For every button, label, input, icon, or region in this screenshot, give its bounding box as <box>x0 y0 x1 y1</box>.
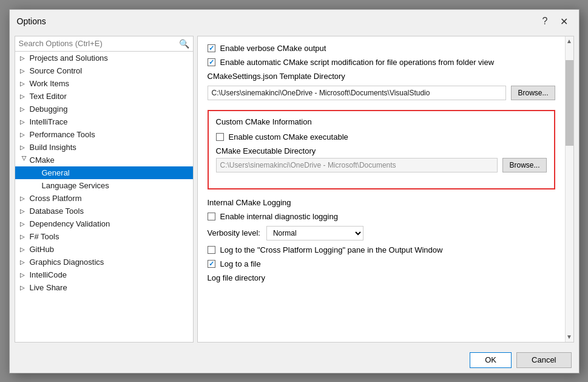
help-button[interactable]: ? <box>539 15 552 28</box>
sidebar-item-dependency-validation[interactable]: ▷ Dependency Validation <box>15 217 193 230</box>
sidebar-item-graphics-diagnostics[interactable]: ▷ Graphics Diagnostics <box>15 256 193 268</box>
sidebar-item-fsharp-tools[interactable]: ▷ F# Tools <box>15 230 193 243</box>
cmake-settings-input[interactable] <box>208 86 507 100</box>
left-panel: 🔍 ▷ Projects and Solutions ▷ Source Cont… <box>15 36 194 343</box>
close-button[interactable]: ✕ <box>556 15 572 29</box>
browse-button-2[interactable]: Browse... <box>502 158 546 172</box>
cmake-exe-dir-input[interactable] <box>216 158 498 172</box>
sidebar-item-label: Text Editor <box>30 92 67 101</box>
cmake-exe-dir-row: Browse... <box>216 158 547 172</box>
sidebar-item-work-items[interactable]: ▷ Work Items <box>15 77 193 90</box>
internal-logging-label: Internal CMake Logging <box>208 198 555 207</box>
sidebar-item-intellitrace[interactable]: ▷ IntelliTrace <box>15 115 193 128</box>
sidebar-item-label: CMake <box>30 155 55 165</box>
sidebar-item-database-tools[interactable]: ▷ Database Tools <box>15 205 193 217</box>
sidebar-item-cross-platform[interactable]: ▷ Cross Platform <box>15 192 193 205</box>
cancel-button[interactable]: Cancel <box>516 352 571 368</box>
search-bar[interactable]: 🔍 <box>15 36 193 52</box>
log-cross-checkbox[interactable] <box>208 246 215 254</box>
sidebar-item-source-control[interactable]: ▷ Source Control <box>15 64 193 77</box>
chevron-icon: ▷ <box>20 271 29 278</box>
chevron-icon: ▷ <box>20 80 29 87</box>
sidebar-item-debugging[interactable]: ▷ Debugging <box>15 103 193 115</box>
chevron-icon: ▷ <box>20 55 29 61</box>
sidebar-item-label: IntelliCode <box>30 270 67 279</box>
scrollbar-thumb[interactable] <box>566 60 573 146</box>
auto-cmake-label: Enable automatic CMake script modificati… <box>220 58 495 67</box>
log-file-checkbox[interactable] <box>208 260 215 268</box>
chevron-icon: ▷ <box>21 155 27 164</box>
cmake-exe-dir-section: CMake Executable Directory Browse... <box>216 146 547 172</box>
sidebar-item-live-share[interactable]: ▷ Live Share <box>15 281 193 294</box>
sidebar-item-text-editor[interactable]: ▷ Text Editor <box>15 90 193 103</box>
browse-button-1[interactable]: Browse... <box>511 86 555 100</box>
sidebar-item-label: Performance Tools <box>30 130 95 139</box>
title-controls: ? ✕ <box>539 15 572 29</box>
custom-cmake-exe-row: Enable custom CMake executable <box>216 132 547 142</box>
sidebar-item-label: Language Services <box>42 181 109 190</box>
chevron-icon: ▷ <box>20 106 29 112</box>
title-bar: Options ? ✕ <box>10 10 579 31</box>
chevron-icon: ▷ <box>20 93 29 100</box>
sidebar-item-label: Source Control <box>30 66 83 75</box>
sidebar-item-label: IntelliTrace <box>30 117 68 126</box>
internal-diag-row: Enable internal diagnostic logging <box>208 212 555 221</box>
log-file-row: Log to a file <box>208 259 555 268</box>
cmake-settings-label: CMakeSettings.json Template Directory <box>208 72 555 81</box>
log-dir-label: Log file directory <box>208 273 555 282</box>
verbose-cmake-label: Enable verbose CMake output <box>220 44 326 53</box>
internal-logging-section: Internal CMake Logging Enable internal d… <box>208 198 555 282</box>
right-content: Enable verbose CMake output Enable autom… <box>198 36 565 342</box>
dialog-title: Options <box>17 16 46 26</box>
sidebar-item-general[interactable]: General <box>15 166 193 179</box>
verbose-cmake-checkbox[interactable] <box>208 44 215 52</box>
sidebar-item-label: Cross Platform <box>30 194 82 203</box>
search-input[interactable] <box>19 39 177 48</box>
dialog-body: 🔍 ▷ Projects and Solutions ▷ Source Cont… <box>10 31 579 347</box>
chevron-icon: ▷ <box>20 259 29 265</box>
chevron-icon: ▷ <box>20 220 29 227</box>
chevron-icon: ▷ <box>20 246 29 253</box>
sidebar-item-label: Debugging <box>30 104 68 114</box>
right-panel-inner: Enable verbose CMake output Enable autom… <box>198 36 573 342</box>
auto-cmake-checkbox[interactable] <box>208 58 215 66</box>
right-scrollbar[interactable]: ▲ ▼ <box>565 36 573 342</box>
chevron-icon: ▷ <box>20 233 29 240</box>
scrollbar-down[interactable]: ▼ <box>566 332 573 342</box>
sidebar-item-intellicode[interactable]: ▷ IntelliCode <box>15 268 193 281</box>
sidebar-item-label: Build Insights <box>30 143 76 152</box>
sidebar-item-label: Database Tools <box>30 206 84 216</box>
sidebar-item-label: GitHub <box>30 245 54 254</box>
sidebar-item-projects[interactable]: ▷ Projects and Solutions <box>15 52 193 64</box>
verbose-cmake-row: Enable verbose CMake output <box>208 44 555 53</box>
sidebar-item-language-services[interactable]: Language Services <box>15 179 193 192</box>
internal-diag-label: Enable internal diagnostic logging <box>220 212 338 221</box>
sidebar-item-performance-tools[interactable]: ▷ Performance Tools <box>15 128 193 141</box>
custom-cmake-exe-checkbox[interactable] <box>216 133 224 141</box>
sidebar-item-github[interactable]: ▷ GitHub <box>15 243 193 256</box>
ok-button[interactable]: OK <box>470 352 512 368</box>
cmake-settings-section: CMakeSettings.json Template Directory Br… <box>208 72 555 100</box>
verbosity-row: Verbosity level: Normal Verbose Minimal <box>208 226 555 240</box>
sidebar-item-label: General <box>42 168 70 177</box>
chevron-icon: ▷ <box>20 118 29 125</box>
log-cross-row: Log to the "Cross Platform Logging" pane… <box>208 245 555 254</box>
scrollbar-up[interactable]: ▲ <box>566 36 573 46</box>
sidebar-item-label: Projects and Solutions <box>30 53 108 63</box>
sidebar-item-label: Graphics Diagnostics <box>30 258 104 267</box>
chevron-icon: ▷ <box>20 144 29 151</box>
custom-cmake-section: Custom CMake Information Enable custom C… <box>208 110 555 189</box>
chevron-icon: ▷ <box>20 284 29 291</box>
verbosity-dropdown[interactable]: Normal Verbose Minimal <box>266 226 363 240</box>
tree-area: ▷ Projects and Solutions ▷ Source Contro… <box>15 52 193 342</box>
scrollbar-track[interactable] <box>566 46 573 332</box>
chevron-icon: ▷ <box>20 208 29 214</box>
internal-diag-checkbox[interactable] <box>208 213 215 220</box>
auto-cmake-row: Enable automatic CMake script modificati… <box>208 58 555 67</box>
verbosity-label: Verbosity level: <box>208 228 260 237</box>
log-dir-section: Log file directory <box>208 273 555 282</box>
chevron-icon: ▷ <box>20 195 29 202</box>
sidebar-item-build-insights[interactable]: ▷ Build Insights <box>15 141 193 154</box>
sidebar-item-label: F# Tools <box>30 232 59 241</box>
sidebar-item-cmake[interactable]: ▷ CMake <box>15 154 193 166</box>
